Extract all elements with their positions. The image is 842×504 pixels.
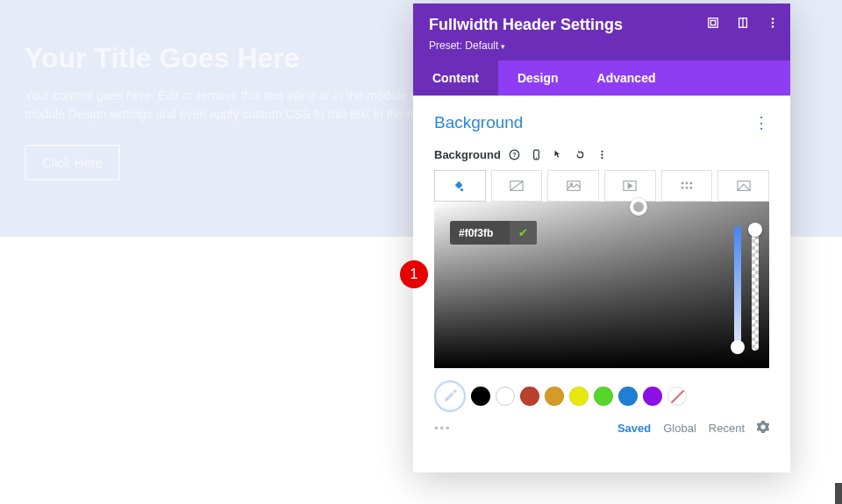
panel-body: Background ⋮ Background ? ✔ [413, 96, 790, 472]
eyedropper-button[interactable] [434, 380, 466, 412]
more-icon[interactable] [766, 16, 780, 30]
svg-point-10 [536, 158, 537, 159]
responsive-icon[interactable] [736, 16, 750, 30]
bg-tab-mask[interactable] [717, 170, 769, 202]
swatch-0[interactable] [471, 387, 490, 406]
swatch-2[interactable] [520, 387, 539, 406]
swatch-row [434, 380, 769, 412]
tab-content[interactable]: Content [413, 60, 498, 96]
svg-rect-23 [690, 187, 693, 189]
bg-tab-color[interactable] [434, 170, 486, 202]
saved-tab-saved[interactable]: Saved [617, 422, 651, 435]
svg-point-13 [601, 157, 603, 159]
swatch-4[interactable] [569, 387, 589, 406]
svg-point-5 [772, 22, 774, 25]
tab-design[interactable]: Design [498, 60, 578, 96]
settings-panel: Fullwidth Header Settings Preset: Defaul… [413, 4, 790, 472]
bg-tab-pattern[interactable] [661, 170, 713, 202]
swatch-5[interactable] [594, 387, 613, 406]
more-dots-icon[interactable]: ••• [434, 422, 452, 435]
reset-icon[interactable] [574, 148, 587, 161]
panel-tabs: Content Design Advanced [413, 60, 790, 96]
section-title[interactable]: Background [434, 113, 523, 132]
color-area-cursor[interactable] [630, 198, 647, 216]
color-saturation-area[interactable]: ✔ [434, 202, 769, 368]
section-more-icon[interactable]: ⋮ [753, 113, 769, 132]
hex-confirm-button[interactable]: ✔ [510, 221, 537, 245]
svg-point-11 [601, 151, 603, 153]
alpha-slider[interactable] [752, 226, 759, 351]
color-sliders [734, 226, 759, 351]
saved-tabs: Saved Global Recent [617, 421, 769, 436]
gear-icon[interactable] [757, 421, 769, 436]
hex-input[interactable] [450, 222, 510, 245]
help-icon[interactable]: ? [508, 148, 521, 161]
hue-slider[interactable] [734, 226, 741, 351]
field-label: Background [434, 148, 501, 161]
swatch-3[interactable] [545, 387, 564, 406]
svg-rect-19 [686, 182, 689, 185]
swatch-1[interactable] [496, 387, 515, 406]
svg-rect-1 [710, 20, 715, 25]
svg-rect-0 [709, 18, 718, 28]
swatch-none[interactable] [667, 387, 687, 406]
svg-rect-22 [686, 187, 689, 189]
panel-header: Fullwidth Header Settings Preset: Defaul… [413, 4, 790, 60]
svg-rect-18 [681, 182, 684, 185]
svg-text:?: ? [512, 151, 517, 159]
bg-tab-video[interactable] [604, 170, 656, 202]
swatch-6[interactable] [618, 387, 638, 406]
alpha-slider-thumb[interactable] [748, 223, 762, 237]
svg-rect-20 [690, 182, 693, 185]
field-tool-icons: ? [508, 148, 609, 161]
svg-rect-21 [681, 187, 684, 189]
saved-tab-recent[interactable]: Recent [709, 422, 745, 435]
annotation-badge-1: 1 [400, 260, 428, 288]
swatch-7[interactable] [643, 387, 662, 406]
preset-dropdown[interactable]: Preset: Default [429, 39, 774, 52]
expand-icon[interactable] [706, 16, 720, 30]
svg-point-6 [772, 25, 774, 28]
saved-colors-row: ••• Saved Global Recent [434, 421, 769, 436]
scrollbar-stub[interactable] [835, 483, 842, 504]
bg-tab-gradient[interactable] [491, 170, 543, 202]
hover-icon[interactable] [552, 148, 565, 161]
field-more-icon[interactable] [596, 148, 609, 161]
svg-point-16 [570, 183, 572, 185]
background-type-tabs [434, 170, 769, 202]
phone-icon[interactable] [530, 148, 543, 161]
saved-tab-global[interactable]: Global [663, 422, 696, 435]
svg-point-4 [772, 18, 774, 20]
hue-slider-thumb[interactable] [731, 340, 745, 354]
bg-tab-image[interactable] [547, 170, 599, 202]
field-label-row: Background ? [434, 148, 769, 161]
tab-advanced[interactable]: Advanced [578, 60, 675, 96]
hex-input-pill: ✔ [450, 221, 537, 245]
panel-header-actions [706, 16, 780, 30]
hero-cta-button[interactable]: Click Here [25, 145, 120, 181]
section-header-row: Background ⋮ [434, 113, 769, 132]
svg-point-12 [601, 153, 603, 155]
